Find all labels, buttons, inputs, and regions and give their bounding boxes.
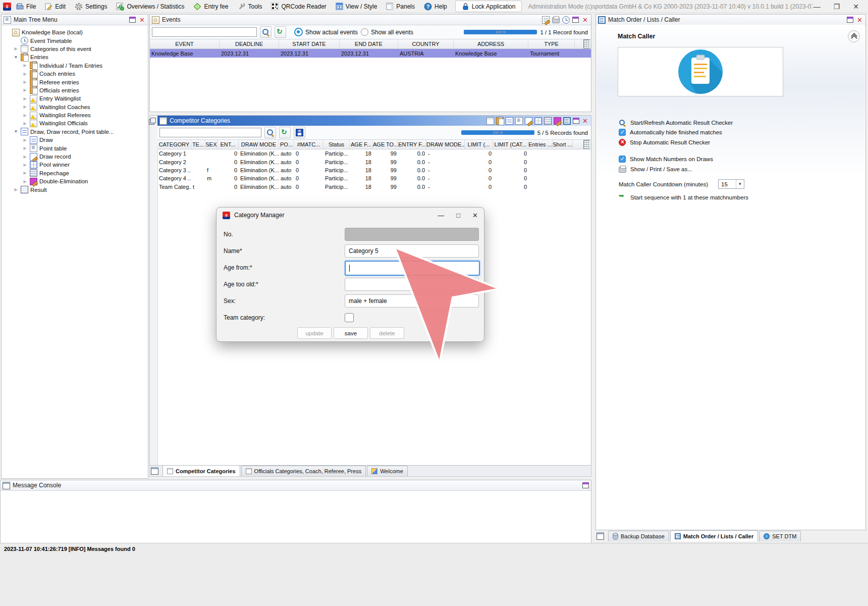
show-print-save[interactable]: Show / Print / Save as... bbox=[619, 166, 692, 173]
age-too-old-input[interactable] bbox=[345, 278, 479, 291]
tree-item[interactable]: Knowledge Base (local) bbox=[2, 28, 148, 36]
expander-icon[interactable] bbox=[13, 46, 19, 52]
column-header[interactable]: Entries ... bbox=[528, 140, 553, 149]
tab-set-dtm[interactable]: SET DTM bbox=[759, 531, 801, 541]
window-icon[interactable] bbox=[596, 532, 604, 540]
table-row[interactable]: Category 4 ... m 0 Elimination (K... aut… bbox=[157, 174, 591, 182]
column-header[interactable]: START DATE bbox=[279, 39, 340, 48]
menu-edit[interactable]: Edit bbox=[41, 1, 70, 12]
column-header[interactable]: AGE TO... bbox=[373, 140, 398, 149]
tree-item[interactable]: Categories of this event bbox=[2, 45, 148, 53]
menu-view-style[interactable]: View / Style bbox=[332, 1, 381, 12]
column-settings-icon[interactable] bbox=[583, 140, 590, 149]
search-button[interactable] bbox=[260, 26, 272, 38]
team-category-checkbox[interactable] bbox=[345, 313, 354, 322]
tree-item[interactable]: Referee entries bbox=[2, 78, 148, 86]
start-refresh-result-checker[interactable]: Start/Refresh Automatic Result Checker bbox=[619, 119, 733, 126]
column-header[interactable]: LIMIT (... bbox=[465, 140, 493, 149]
dialog-titlebar[interactable]: s Category Manager — □ ✕ bbox=[216, 208, 484, 223]
column-header[interactable]: DRAW MODE... bbox=[426, 140, 465, 149]
column-header[interactable]: ADDRESS bbox=[454, 39, 528, 48]
tree-item[interactable]: Pool winner bbox=[2, 161, 148, 169]
tree-item[interactable]: Entry Waitinglist bbox=[2, 94, 148, 103]
expander-icon[interactable] bbox=[22, 137, 28, 143]
expander-icon[interactable] bbox=[13, 187, 19, 192]
refresh-button[interactable] bbox=[275, 26, 286, 38]
categories-icon[interactable] bbox=[486, 117, 494, 125]
double-elimination-icon[interactable] bbox=[554, 117, 561, 125]
column-header[interactable]: Short ... bbox=[553, 140, 573, 149]
menu-overviews-statistics[interactable]: Overviews / Statistics bbox=[112, 1, 188, 12]
column-header[interactable]: END DATE bbox=[340, 39, 398, 48]
close-icon[interactable]: ✕ bbox=[138, 17, 146, 23]
history-icon[interactable] bbox=[562, 16, 570, 24]
column-header[interactable]: EVENT bbox=[150, 39, 220, 48]
expander-icon[interactable] bbox=[22, 179, 28, 184]
expander-icon[interactable] bbox=[22, 71, 28, 77]
column-header[interactable]: Status bbox=[323, 140, 350, 149]
tree-item[interactable]: Event Timetable bbox=[2, 36, 148, 44]
column-settings-icon[interactable] bbox=[583, 39, 590, 48]
tree-item[interactable]: Repechage bbox=[2, 169, 148, 177]
tree-item[interactable]: Waitinglist Officials bbox=[2, 119, 148, 127]
expander-icon[interactable] bbox=[22, 104, 28, 110]
refresh-button[interactable] bbox=[279, 127, 291, 138]
tree-item[interactable]: Point table bbox=[2, 144, 148, 152]
pool-winner-icon[interactable] bbox=[534, 117, 542, 125]
collapse-chevron-icon[interactable] bbox=[848, 30, 860, 42]
maximize-icon[interactable] bbox=[847, 17, 853, 23]
name-input[interactable]: Category 5 bbox=[345, 244, 479, 258]
dialog-maximize-button[interactable]: □ bbox=[456, 212, 460, 219]
column-header[interactable]: ENTRY F... bbox=[398, 140, 426, 149]
maximize-icon[interactable] bbox=[573, 118, 579, 124]
expander-icon[interactable] bbox=[22, 87, 28, 93]
tree-item[interactable]: Officials entries bbox=[2, 86, 148, 94]
expander-icon[interactable] bbox=[22, 154, 28, 160]
expander-icon[interactable] bbox=[22, 96, 28, 102]
maximize-icon[interactable] bbox=[572, 17, 579, 23]
column-header[interactable]: PO... bbox=[279, 140, 294, 149]
tab-match-order[interactable]: Match Order / Lists / Caller bbox=[670, 530, 758, 541]
events-table-row-selected[interactable]: Knowledge Base 2023.12.31 2023.12.31 202… bbox=[150, 49, 591, 58]
tab-officials-categories[interactable]: Officials Categories, Coach, Referee, Pr… bbox=[241, 466, 366, 476]
expander-icon[interactable] bbox=[22, 79, 28, 85]
countdown-select[interactable]: 15 ▼ bbox=[718, 179, 744, 189]
column-header[interactable]: ENT... bbox=[218, 140, 239, 149]
save-button[interactable] bbox=[294, 127, 305, 138]
restore-button[interactable]: ❐ bbox=[834, 3, 840, 11]
menu-help[interactable]: ? Help bbox=[420, 1, 451, 12]
maximize-icon[interactable] bbox=[582, 482, 589, 488]
tree-item[interactable]: Result bbox=[2, 185, 148, 193]
entries-icon[interactable] bbox=[496, 117, 504, 125]
update-button[interactable]: update bbox=[297, 327, 332, 339]
lock-application-button[interactable]: Lock Application bbox=[455, 1, 522, 12]
column-header[interactable]: DEADLINE bbox=[220, 39, 279, 48]
draw-icon[interactable] bbox=[506, 117, 513, 125]
column-header[interactable]: TE... bbox=[191, 140, 205, 149]
sex-select[interactable]: male + female bbox=[345, 294, 479, 308]
column-header[interactable]: SEX bbox=[205, 140, 218, 149]
tab-competitor-categories[interactable]: Competitor Categories bbox=[162, 465, 240, 476]
categories-search-input[interactable] bbox=[159, 128, 261, 137]
dialog-minimize-button[interactable]: — bbox=[438, 212, 444, 219]
menu-file[interactable]: File bbox=[12, 1, 40, 12]
column-header[interactable]: CATEGORY bbox=[157, 140, 191, 149]
age-from-input[interactable] bbox=[345, 261, 480, 276]
window-icon[interactable] bbox=[151, 467, 158, 475]
point-table-icon[interactable] bbox=[515, 117, 523, 125]
table-row[interactable]: Category 3 ... f 0 Elimination (K... aut… bbox=[157, 166, 591, 174]
edit-event-icon[interactable] bbox=[542, 16, 550, 24]
expander-icon[interactable] bbox=[22, 121, 28, 126]
tree-item[interactable]: Draw bbox=[2, 136, 148, 144]
expander-icon[interactable] bbox=[22, 162, 28, 168]
table-row[interactable]: Category 1 0 Elimination (K... auto 0 Pa… bbox=[157, 149, 591, 158]
save-button[interactable]: save bbox=[334, 327, 368, 339]
tree-item[interactable]: Coach entries bbox=[2, 70, 148, 78]
dialog-close-button[interactable]: ✕ bbox=[472, 212, 478, 219]
repechage-icon[interactable] bbox=[544, 117, 552, 125]
tree-item[interactable]: Draw record bbox=[2, 153, 148, 161]
column-header[interactable]: LIMIT (CAT... bbox=[493, 140, 528, 149]
column-header[interactable]: #MATC... bbox=[294, 140, 323, 149]
expander-icon[interactable] bbox=[22, 145, 28, 151]
table-row[interactable]: Team Categ... t 0 Elimination (K... auto… bbox=[157, 183, 591, 191]
